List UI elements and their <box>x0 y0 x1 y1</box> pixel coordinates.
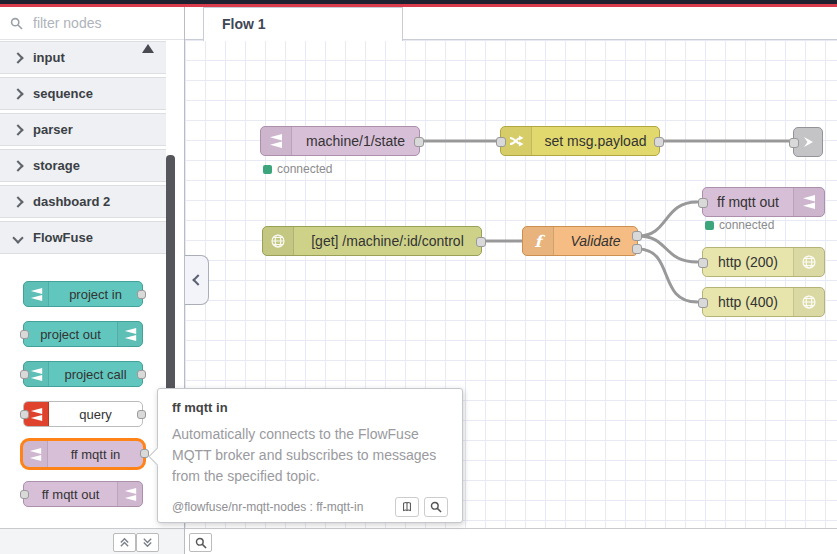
status-dot-icon <box>263 165 272 174</box>
palette-node-project-call[interactable]: project call <box>23 361 143 387</box>
palette-node-label: query <box>49 402 142 426</box>
zoom-search-button[interactable] <box>189 533 212 552</box>
input-port <box>20 330 29 339</box>
palette-category-dashboard-2[interactable]: dashboard 2 <box>0 185 166 218</box>
category-label: parser <box>33 122 73 137</box>
palette-category-storage[interactable]: storage <box>0 149 166 182</box>
node-label: ff mqtt out <box>703 188 793 216</box>
node-tooltip: ff mqtt in Automatically connects to the… <box>157 388 463 523</box>
input-port[interactable] <box>496 137 506 147</box>
function-icon: f <box>523 227 554 255</box>
node-label: machine/1/state <box>292 127 419 155</box>
output-port <box>137 410 146 419</box>
flowfuse-icon <box>23 441 48 467</box>
node-change[interactable]: set msg.payload <box>500 126 660 156</box>
chevron-left-icon <box>192 274 203 285</box>
chevron-right-icon <box>12 124 23 135</box>
double-chevron-up-icon <box>119 537 130 548</box>
node-label: Validate <box>554 227 637 255</box>
book-icon <box>401 501 413 513</box>
node-label: http (200) <box>703 248 793 276</box>
chevron-right-icon <box>12 88 23 99</box>
chevron-right-icon <box>12 160 23 171</box>
palette-node-ff-mqtt-in[interactable]: ff mqtt in <box>20 438 146 470</box>
globe-icon <box>793 248 824 276</box>
output-port[interactable] <box>414 137 424 147</box>
node-ff-mqtt-in[interactable]: machine/1/state <box>260 126 420 156</box>
tab-flow-1[interactable]: Flow 1 <box>203 7 403 41</box>
status-dot-icon <box>705 221 714 230</box>
node-label: http (400) <box>703 288 793 316</box>
output-port <box>137 290 146 299</box>
palette-node-label: project call <box>49 362 142 386</box>
output-port-1[interactable] <box>632 231 642 241</box>
input-port[interactable] <box>789 138 799 148</box>
palette-category-parser[interactable]: parser <box>0 113 166 146</box>
expand-all-button[interactable] <box>136 533 159 552</box>
node-status: connected <box>705 218 774 232</box>
node-status: connected <box>263 162 332 176</box>
node-label: [get] /machine/:id/control <box>294 227 481 255</box>
chevron-right-icon <box>12 52 23 63</box>
tooltip-title: ff mqtt in <box>172 400 448 415</box>
search-node-button[interactable] <box>424 497 448 517</box>
palette-node-label: ff mqtt in <box>48 441 143 467</box>
palette-node-label: project out <box>24 322 117 346</box>
input-port[interactable] <box>698 198 708 208</box>
node-http-in[interactable]: [get] /machine/:id/control <box>262 226 482 256</box>
palette-node-project-in[interactable]: project in <box>23 281 143 307</box>
search-icon <box>10 17 23 30</box>
palette-category-sequence[interactable]: sequence <box>0 77 166 110</box>
magnifier-icon <box>430 501 442 513</box>
input-port[interactable] <box>698 258 708 268</box>
globe-icon <box>793 288 824 316</box>
status-text: connected <box>719 218 774 232</box>
category-label: storage <box>33 158 80 173</box>
output-port-2[interactable] <box>632 244 642 254</box>
chevron-right-icon <box>12 196 23 207</box>
input-port[interactable] <box>698 298 708 308</box>
node-http-response-400[interactable]: http (400) <box>702 287 825 317</box>
tooltip-description: Automatically connects to the FlowFuse M… <box>172 424 450 487</box>
output-port[interactable] <box>654 137 664 147</box>
double-chevron-down-icon <box>142 537 153 548</box>
input-port <box>20 490 29 499</box>
node-link-out[interactable] <box>793 127 823 157</box>
palette-search <box>0 7 184 40</box>
palette-scroll-up-arrow[interactable] <box>142 44 154 53</box>
globe-icon <box>263 227 294 255</box>
node-http-response-200[interactable]: http (200) <box>702 247 825 277</box>
category-label: dashboard 2 <box>33 194 110 209</box>
search-input[interactable] <box>31 14 165 32</box>
magnifier-icon <box>195 537 207 549</box>
node-red-editor: input sequence parser storage dashboard … <box>0 0 837 554</box>
output-port[interactable] <box>476 237 486 247</box>
tooltip-module-name: @flowfuse/nr-mqtt-nodes : ff-mqtt-in <box>172 500 363 514</box>
category-label: FlowFuse <box>33 230 93 245</box>
palette-category-flowfuse[interactable]: FlowFuse <box>0 221 166 254</box>
canvas-footer <box>185 528 837 554</box>
palette-node-project-out[interactable]: project out <box>23 321 143 347</box>
chevron-down-icon <box>12 232 23 243</box>
palette-node-label: ff mqtt out <box>24 482 117 506</box>
flowfuse-icon <box>117 482 142 506</box>
status-text: connected <box>277 162 332 176</box>
palette-node-ff-mqtt-out[interactable]: ff mqtt out <box>23 481 143 507</box>
palette-node-query[interactable]: query <box>23 401 143 427</box>
palette-footer <box>0 528 184 554</box>
flowfuse-icon <box>117 322 142 346</box>
palette-node-label: project in <box>49 282 142 306</box>
node-function-validate[interactable]: f Validate <box>522 226 638 256</box>
flowfuse-icon <box>793 188 824 216</box>
open-docs-button[interactable] <box>395 497 419 517</box>
node-label: set msg.payload <box>532 127 659 155</box>
category-label: sequence <box>33 86 93 101</box>
flowfuse-icon <box>24 282 49 306</box>
node-ff-mqtt-out[interactable]: ff mqtt out <box>702 187 825 217</box>
output-port <box>137 370 146 379</box>
category-label: input <box>33 50 65 65</box>
flowfuse-icon <box>261 127 292 155</box>
collapse-all-button[interactable] <box>113 533 136 552</box>
input-port <box>20 410 29 419</box>
palette-collapse-handle[interactable] <box>185 255 209 305</box>
